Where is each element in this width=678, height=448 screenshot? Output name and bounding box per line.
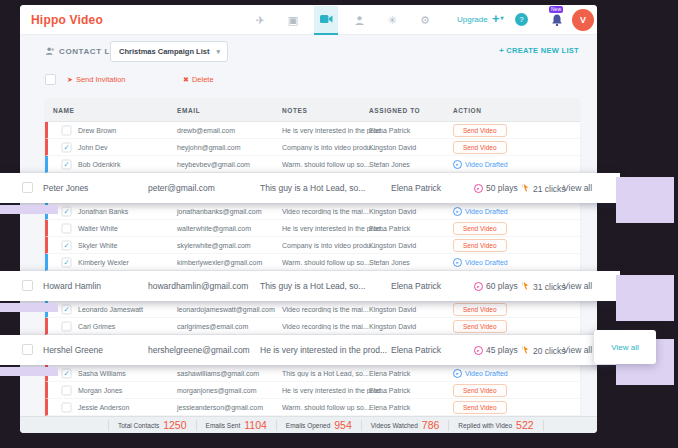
contact-email: hershelgreene@gmail.com xyxy=(148,345,250,355)
assigned-to: Stefan Jones xyxy=(369,259,410,266)
contact-email: howardhamlin@gmail.com xyxy=(148,281,248,291)
table-row[interactable]: Drew Browndrewb@email.comHe is very inte… xyxy=(45,122,580,139)
stat-value: 1104 xyxy=(244,420,267,431)
row-checkbox[interactable] xyxy=(22,280,33,291)
view-all-tooltip[interactable]: View all xyxy=(594,330,656,364)
avatar[interactable]: V xyxy=(572,9,594,31)
row-checkbox[interactable] xyxy=(22,182,33,193)
send-icon[interactable]: ✈ xyxy=(248,6,272,34)
contact-email: skylerwhite@gmail.com xyxy=(177,242,251,249)
row-checkbox[interactable]: ✓ xyxy=(62,258,72,268)
assigned-to: Elena Patrick xyxy=(369,404,410,411)
send-video-button[interactable]: Send Video xyxy=(453,141,507,154)
row-checkbox[interactable]: ✓ xyxy=(62,207,72,217)
assigned-to: Kingston David xyxy=(369,144,416,151)
row-checkbox[interactable] xyxy=(22,344,33,355)
table-row[interactable]: Carl Grimescarlgrimes@email.comVideo rec… xyxy=(45,318,580,335)
screen: { "colors":{"accent_orange":"#f2573d","t… xyxy=(0,0,678,448)
send-invitation-button[interactable]: ➤ Send Invitation xyxy=(67,75,126,84)
list-toolbar: CONTACT LIST Christmas Campaign List ▾ +… xyxy=(20,40,597,66)
row-checkbox[interactable] xyxy=(62,224,72,234)
selected-list-value: Christmas Campaign List xyxy=(119,47,209,56)
bulk-actions-bar: ➤ Send Invitation ✖ Delete xyxy=(20,71,597,93)
contact-name: Drew Brown xyxy=(78,127,116,134)
table-header: NAME EMAIL NOTES ASSIGNED TO ACTION xyxy=(45,98,580,122)
bell-glyph xyxy=(551,13,563,27)
contact-name: Peter Jones xyxy=(43,183,88,193)
clicks-count: 31 clicks xyxy=(521,281,566,292)
video-drafted-status: ▸Video Drafted xyxy=(453,369,508,378)
send-video-button[interactable]: Send Video xyxy=(453,303,507,316)
table-row[interactable]: ✓John Devheyjohn@gmail.comCompany is int… xyxy=(45,139,580,156)
contact-name: Carl Grimes xyxy=(78,323,115,330)
row-checkbox[interactable] xyxy=(62,386,72,396)
row-checkbox[interactable] xyxy=(62,322,72,332)
table-row[interactable]: ✓Jonathan Banksjonathanbanks@gmail.comVi… xyxy=(45,203,580,220)
send-video-button[interactable]: Send Video xyxy=(453,124,507,137)
send-video-button[interactable]: Send Video xyxy=(453,239,507,252)
clicks-label: 31 clicks xyxy=(533,282,566,292)
highlighted-contact-row[interactable]: Hershel Greenehershelgreene@gmail.comHe … xyxy=(0,335,620,365)
delete-x-icon: ✖ xyxy=(183,76,189,84)
view-all-link[interactable]: View all xyxy=(563,345,592,355)
stat-label: Total Contacts xyxy=(118,422,159,429)
plays-count: ▸45 plays xyxy=(474,345,518,355)
row-checkbox[interactable]: ✓ xyxy=(62,160,72,170)
video-camera-icon[interactable] xyxy=(314,6,338,35)
table-row[interactable]: Morgan Jonesmorganjones@gmail.comHe is v… xyxy=(45,382,580,399)
contact-name: Hershel Greene xyxy=(43,345,103,355)
stat-value: 522 xyxy=(516,420,534,431)
contacts-icon[interactable] xyxy=(347,6,371,34)
row-checkbox[interactable] xyxy=(62,126,72,136)
footer-stat: Emails Opened954 xyxy=(276,420,361,431)
table-row[interactable]: Walter Whitewalterwhite@gmail.comHe is v… xyxy=(45,220,580,237)
row-checkbox[interactable]: ✓ xyxy=(62,143,72,153)
burst-icon[interactable]: ✳ xyxy=(380,6,404,34)
table-row[interactable]: Jessie Andersonjessieanderson@gmail.comW… xyxy=(45,399,580,416)
help-button[interactable]: ? xyxy=(515,13,528,26)
plays-label: 60 plays xyxy=(486,281,518,291)
video-drafted-label: Video Drafted xyxy=(465,161,508,168)
panel-edge-strip xyxy=(0,303,58,312)
contact-email: carlgrimes@email.com xyxy=(177,323,248,330)
list-select-dropdown[interactable]: Christmas Campaign List ▾ xyxy=(110,41,228,62)
table-row[interactable]: ✓Skyler Whiteskylerwhite@gmail.comCompan… xyxy=(45,237,580,254)
click-cursor-icon xyxy=(521,281,530,292)
delete-label: Delete xyxy=(192,75,214,84)
video-drafted-status: ▸Video Drafted xyxy=(453,207,508,216)
send-video-button[interactable]: Send Video xyxy=(453,401,507,414)
send-video-button[interactable]: Send Video xyxy=(453,222,507,235)
select-all-checkbox[interactable] xyxy=(45,74,56,85)
view-all-link[interactable]: View all xyxy=(563,281,592,291)
video-drafted-label: Video Drafted xyxy=(465,370,508,377)
row-checkbox[interactable]: ✓ xyxy=(62,305,72,315)
column-header-name: NAME xyxy=(53,107,75,114)
play-circle-icon: ▸ xyxy=(453,258,462,267)
stat-label: Replied with Video xyxy=(458,422,512,429)
row-checkbox[interactable]: ✓ xyxy=(62,369,72,379)
stats-footer: Total Contacts1250Emails Sent1104Emails … xyxy=(20,416,597,433)
settings-gear-icon[interactable]: ⚙ xyxy=(413,6,437,34)
delete-button[interactable]: ✖ Delete xyxy=(183,75,214,84)
plays-label: 50 plays xyxy=(486,183,518,193)
upgrade-link[interactable]: Upgrade xyxy=(457,15,488,24)
row-checkbox[interactable] xyxy=(62,403,72,413)
contact-name: Kimberly Wexler xyxy=(78,259,129,266)
table-row[interactable]: ✓Sasha Williamssashawilliams@gmail.comTh… xyxy=(45,365,580,382)
screen-icon[interactable]: ▣ xyxy=(281,6,305,34)
send-video-button[interactable]: Send Video xyxy=(453,320,507,333)
highlighted-contact-row[interactable]: Howard Hamlinhowardhamlin@gmail.comThis … xyxy=(0,271,620,301)
table-row[interactable]: ✓Leonardo Jameswattleonardojameswatt@gma… xyxy=(45,301,580,318)
notifications-bell-icon[interactable]: New xyxy=(551,13,565,27)
row-checkbox[interactable]: ✓ xyxy=(62,241,72,251)
add-button[interactable]: +▾ xyxy=(492,11,504,26)
table-row[interactable]: ✓Bob Odenkirkheybevbev@gmail.comWarm. sh… xyxy=(45,156,580,173)
table-row[interactable]: ✓Kimberly Wexlerkimberlywexler@gmail.com… xyxy=(45,254,580,271)
stat-label: Videos Watched xyxy=(371,422,418,429)
play-circle-icon: ▸ xyxy=(474,282,483,291)
send-video-button[interactable]: Send Video xyxy=(453,384,507,397)
view-all-link[interactable]: View all xyxy=(563,183,592,193)
highlighted-contact-row[interactable]: Peter Jonespeter@gmail.comThis guy is a … xyxy=(0,173,620,203)
create-new-list-button[interactable]: + CREATE NEW LIST xyxy=(499,46,579,55)
clicks-count: 20 clicks xyxy=(521,345,566,356)
